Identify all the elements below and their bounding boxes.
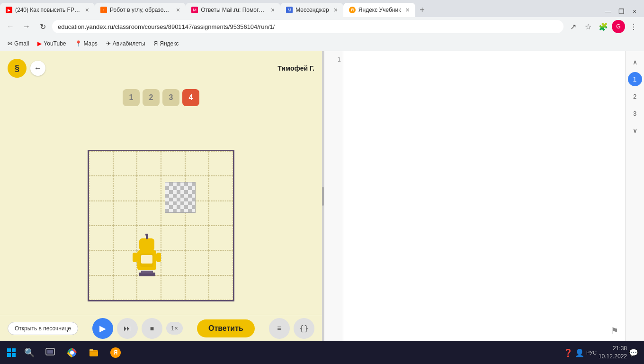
code-editor[interactable] [343,51,644,341]
tab-close-mail[interactable]: × [271,6,275,14]
grid-cell [113,151,137,176]
grid-cell [161,226,185,250]
tab-robot[interactable]: ! Робот в углу, образованно... × [95,3,186,17]
svg-rect-21 [89,349,93,351]
tab-close-yt[interactable]: × [85,6,89,14]
right-sidebar-nav: ∧ 1 2 3 ∨ [625,51,644,341]
address-bar: ← → ↻ ↗ ☆ 🧩 G ⋮ [0,17,644,36]
step-2-button[interactable]: 2 [143,89,160,106]
bookmark-youtube[interactable]: ▶ YouTube [34,39,70,48]
tray-notification-icon[interactable]: 💬 [629,348,638,357]
tab-close-messenger[interactable]: × [334,6,338,14]
app-logo: § [8,59,27,78]
start-button[interactable] [2,343,21,362]
restore-button[interactable]: ❐ [616,6,627,17]
bookmark-maps-label: Maps [84,40,98,47]
taskbar-search-button[interactable]: 🔍 [21,344,38,361]
open-sandbox-button[interactable]: Открыть в песочнице [8,322,78,335]
playback-controls: ▶ ⏭ ■ 1× [92,318,183,339]
extensions-icon[interactable]: 🧩 [597,20,610,33]
step-3-button[interactable]: 3 [162,89,179,106]
profile-icon[interactable]: G [612,20,625,33]
bookmark-gmail[interactable]: ✉ Gmail [4,39,33,48]
tray-time-value: 21:38 [599,345,627,353]
answer-button[interactable]: Ответить [197,319,255,337]
game-area [0,110,322,341]
grid-cell [185,226,209,250]
taskbar-app-chrome[interactable] [62,342,82,363]
page-1-button[interactable]: 1 [628,72,642,86]
menu-button[interactable]: ≡ [269,318,290,339]
address-input[interactable] [52,20,564,33]
stop-button[interactable]: ■ [142,318,162,339]
back-button[interactable]: ← [30,61,45,76]
tab-favicon-messenger: M [286,7,293,13]
tab-label-yt: (240) Как повысить FPS в GT... [15,7,80,13]
avia-icon: ✈ [106,40,111,47]
taskbar-app-explorer[interactable] [83,342,104,363]
star-icon[interactable]: ☆ [581,20,595,33]
flag-button[interactable]: ⚑ [608,324,621,337]
tab-messenger[interactable]: M Мессенджер × [280,3,343,17]
svg-rect-17 [47,350,53,354]
close-button[interactable]: × [629,6,640,17]
step-indicators: 1 2 3 4 [0,85,322,110]
tray-datetime: 21:38 10.12.2022 [599,345,627,361]
forward-button[interactable]: → [20,20,33,33]
bookmarks-bar: ✉ Gmail ▶ YouTube 📍 Maps ✈ Авиабилеты Я … [0,36,644,51]
right-panel: 1 ∧ 1 2 3 ∨ ⚑ [324,51,644,341]
tray-person-icon[interactable]: 👤 [575,348,584,357]
tab-label-messenger: Мессенджер [295,7,329,13]
menu-icon[interactable]: ⋮ [627,20,640,33]
tab-favicon-yandex: Я [349,7,356,13]
step-1-button[interactable]: 1 [123,89,140,106]
tab-favicon-yt: ▶ [6,7,12,13]
page-3-button[interactable]: 3 [628,106,642,120]
tab-yandex[interactable]: Я Яндекс Учебник × [343,3,415,17]
tray-question-icon[interactable]: ❓ [564,348,573,357]
minimize-button[interactable]: — [602,6,614,17]
tab-mailru[interactable]: M Ответы Mail.ru: Помогите н... × [186,3,280,17]
tray-lang[interactable]: РУС [586,350,597,355]
taskbar-app-multiwindow[interactable] [40,342,61,363]
new-tab-button[interactable]: + [415,3,429,17]
page-2-button[interactable]: 2 [628,89,642,103]
next-button[interactable]: ⏭ [117,318,138,339]
scroll-down-button[interactable]: ∨ [628,123,642,137]
chrome-icon [67,347,77,358]
bookmark-yandex[interactable]: Я Яндекс [150,39,183,48]
code-button[interactable]: {} [294,318,314,339]
grid-cell [185,275,209,300]
svg-rect-1 [141,271,153,273]
youtube-icon: ▶ [37,40,42,47]
svg-rect-13 [12,348,16,352]
bookmark-avia-label: Авиабилеты [113,40,145,47]
step-4-button[interactable]: 4 [182,89,199,106]
play-button[interactable]: ▶ [92,318,113,339]
tab-close-yandex[interactable]: × [405,6,409,14]
tab-favicon-mail: M [191,7,198,13]
taskbar-app-yandex[interactable]: Я [105,342,126,363]
share-icon[interactable]: ↗ [566,20,580,33]
line-number-1: 1 [326,55,341,64]
svg-rect-15 [12,353,16,357]
grid-cell [89,176,113,200]
right-controls: ≡ {} [269,318,314,339]
tab-favicon-robot: ! [100,7,107,13]
bookmark-avia[interactable]: ✈ Авиабилеты [102,39,149,48]
tab-close-robot[interactable]: × [176,6,180,14]
tab-label-mail: Ответы Mail.ru: Помогите н... [201,7,266,13]
svg-rect-11 [156,253,161,262]
grid-cell [209,176,233,200]
scroll-up-button[interactable]: ∧ [628,55,642,69]
svg-rect-4 [141,255,152,264]
grid-cell [161,275,185,300]
bookmark-maps[interactable]: 📍 Maps [71,39,101,48]
tab-label-robot: Робот в углу, образованно... [110,7,171,13]
speed-button[interactable]: 1× [166,322,183,335]
grid-cell [137,151,161,176]
grid-cell [161,151,185,176]
back-button[interactable]: ← [4,20,17,33]
tab-youtube[interactable]: ▶ (240) Как повысить FPS в GT... × [0,3,95,17]
reload-button[interactable]: ↻ [36,20,49,33]
